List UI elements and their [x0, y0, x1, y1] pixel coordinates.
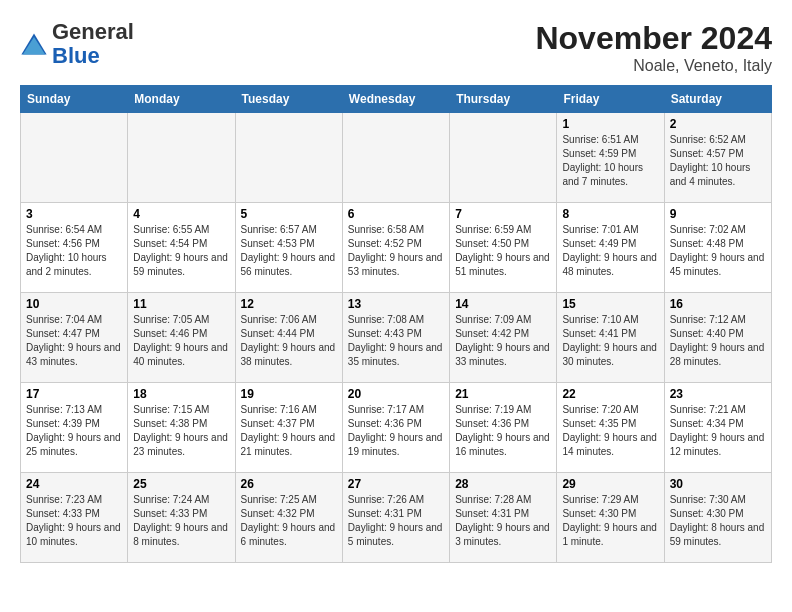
calendar-cell: 10Sunrise: 7:04 AM Sunset: 4:47 PM Dayli… — [21, 293, 128, 383]
calendar-cell: 16Sunrise: 7:12 AM Sunset: 4:40 PM Dayli… — [664, 293, 771, 383]
weekday-header: Thursday — [450, 86, 557, 113]
day-number: 25 — [133, 477, 229, 491]
calendar-cell: 23Sunrise: 7:21 AM Sunset: 4:34 PM Dayli… — [664, 383, 771, 473]
calendar-cell: 19Sunrise: 7:16 AM Sunset: 4:37 PM Dayli… — [235, 383, 342, 473]
day-number: 30 — [670, 477, 766, 491]
weekday-header: Monday — [128, 86, 235, 113]
calendar-week-row: 10Sunrise: 7:04 AM Sunset: 4:47 PM Dayli… — [21, 293, 772, 383]
day-number: 8 — [562, 207, 658, 221]
logo-icon — [20, 30, 48, 58]
day-number: 21 — [455, 387, 551, 401]
day-info: Sunrise: 7:08 AM Sunset: 4:43 PM Dayligh… — [348, 313, 444, 369]
day-number: 24 — [26, 477, 122, 491]
calendar-cell: 14Sunrise: 7:09 AM Sunset: 4:42 PM Dayli… — [450, 293, 557, 383]
day-info: Sunrise: 7:20 AM Sunset: 4:35 PM Dayligh… — [562, 403, 658, 459]
title-block: November 2024 Noale, Veneto, Italy — [535, 20, 772, 75]
day-info: Sunrise: 7:25 AM Sunset: 4:32 PM Dayligh… — [241, 493, 337, 549]
calendar-cell: 17Sunrise: 7:13 AM Sunset: 4:39 PM Dayli… — [21, 383, 128, 473]
day-info: Sunrise: 7:09 AM Sunset: 4:42 PM Dayligh… — [455, 313, 551, 369]
calendar-cell: 2Sunrise: 6:52 AM Sunset: 4:57 PM Daylig… — [664, 113, 771, 203]
logo-text: General Blue — [52, 20, 134, 68]
weekday-header: Tuesday — [235, 86, 342, 113]
day-info: Sunrise: 7:13 AM Sunset: 4:39 PM Dayligh… — [26, 403, 122, 459]
calendar-cell: 12Sunrise: 7:06 AM Sunset: 4:44 PM Dayli… — [235, 293, 342, 383]
day-info: Sunrise: 7:12 AM Sunset: 4:40 PM Dayligh… — [670, 313, 766, 369]
day-number: 27 — [348, 477, 444, 491]
weekday-header: Friday — [557, 86, 664, 113]
calendar-cell: 20Sunrise: 7:17 AM Sunset: 4:36 PM Dayli… — [342, 383, 449, 473]
day-number: 26 — [241, 477, 337, 491]
calendar-table: SundayMondayTuesdayWednesdayThursdayFrid… — [20, 85, 772, 563]
calendar-cell: 8Sunrise: 7:01 AM Sunset: 4:49 PM Daylig… — [557, 203, 664, 293]
calendar-cell: 21Sunrise: 7:19 AM Sunset: 4:36 PM Dayli… — [450, 383, 557, 473]
day-number: 23 — [670, 387, 766, 401]
svg-marker-1 — [23, 37, 45, 55]
calendar-cell: 15Sunrise: 7:10 AM Sunset: 4:41 PM Dayli… — [557, 293, 664, 383]
page-subtitle: Noale, Veneto, Italy — [535, 57, 772, 75]
day-number: 17 — [26, 387, 122, 401]
day-info: Sunrise: 7:21 AM Sunset: 4:34 PM Dayligh… — [670, 403, 766, 459]
calendar-week-row: 3Sunrise: 6:54 AM Sunset: 4:56 PM Daylig… — [21, 203, 772, 293]
weekday-header: Saturday — [664, 86, 771, 113]
day-number: 2 — [670, 117, 766, 131]
calendar-cell: 9Sunrise: 7:02 AM Sunset: 4:48 PM Daylig… — [664, 203, 771, 293]
calendar-cell: 30Sunrise: 7:30 AM Sunset: 4:30 PM Dayli… — [664, 473, 771, 563]
weekday-header: Sunday — [21, 86, 128, 113]
day-info: Sunrise: 7:10 AM Sunset: 4:41 PM Dayligh… — [562, 313, 658, 369]
calendar-cell: 22Sunrise: 7:20 AM Sunset: 4:35 PM Dayli… — [557, 383, 664, 473]
day-info: Sunrise: 6:55 AM Sunset: 4:54 PM Dayligh… — [133, 223, 229, 279]
day-number: 18 — [133, 387, 229, 401]
weekday-header-row: SundayMondayTuesdayWednesdayThursdayFrid… — [21, 86, 772, 113]
day-info: Sunrise: 7:15 AM Sunset: 4:38 PM Dayligh… — [133, 403, 229, 459]
day-number: 20 — [348, 387, 444, 401]
day-number: 10 — [26, 297, 122, 311]
day-number: 14 — [455, 297, 551, 311]
day-number: 29 — [562, 477, 658, 491]
day-info: Sunrise: 7:05 AM Sunset: 4:46 PM Dayligh… — [133, 313, 229, 369]
logo-general: General — [52, 19, 134, 44]
calendar-cell: 24Sunrise: 7:23 AM Sunset: 4:33 PM Dayli… — [21, 473, 128, 563]
day-info: Sunrise: 7:02 AM Sunset: 4:48 PM Dayligh… — [670, 223, 766, 279]
calendar-cell: 13Sunrise: 7:08 AM Sunset: 4:43 PM Dayli… — [342, 293, 449, 383]
calendar-cell: 11Sunrise: 7:05 AM Sunset: 4:46 PM Dayli… — [128, 293, 235, 383]
calendar-cell: 27Sunrise: 7:26 AM Sunset: 4:31 PM Dayli… — [342, 473, 449, 563]
day-number: 13 — [348, 297, 444, 311]
logo: General Blue — [20, 20, 134, 68]
day-info: Sunrise: 6:52 AM Sunset: 4:57 PM Dayligh… — [670, 133, 766, 189]
day-number: 15 — [562, 297, 658, 311]
calendar-cell: 26Sunrise: 7:25 AM Sunset: 4:32 PM Dayli… — [235, 473, 342, 563]
day-info: Sunrise: 7:26 AM Sunset: 4:31 PM Dayligh… — [348, 493, 444, 549]
day-info: Sunrise: 7:06 AM Sunset: 4:44 PM Dayligh… — [241, 313, 337, 369]
day-number: 9 — [670, 207, 766, 221]
day-info: Sunrise: 7:19 AM Sunset: 4:36 PM Dayligh… — [455, 403, 551, 459]
calendar-cell — [342, 113, 449, 203]
day-info: Sunrise: 7:30 AM Sunset: 4:30 PM Dayligh… — [670, 493, 766, 549]
day-number: 28 — [455, 477, 551, 491]
calendar-week-row: 1Sunrise: 6:51 AM Sunset: 4:59 PM Daylig… — [21, 113, 772, 203]
calendar-cell: 7Sunrise: 6:59 AM Sunset: 4:50 PM Daylig… — [450, 203, 557, 293]
calendar-cell — [235, 113, 342, 203]
day-info: Sunrise: 6:58 AM Sunset: 4:52 PM Dayligh… — [348, 223, 444, 279]
day-number: 16 — [670, 297, 766, 311]
logo-blue: Blue — [52, 43, 100, 68]
day-number: 6 — [348, 207, 444, 221]
calendar-cell: 18Sunrise: 7:15 AM Sunset: 4:38 PM Dayli… — [128, 383, 235, 473]
calendar-cell: 4Sunrise: 6:55 AM Sunset: 4:54 PM Daylig… — [128, 203, 235, 293]
calendar-cell: 1Sunrise: 6:51 AM Sunset: 4:59 PM Daylig… — [557, 113, 664, 203]
calendar-cell — [21, 113, 128, 203]
day-number: 3 — [26, 207, 122, 221]
day-number: 19 — [241, 387, 337, 401]
day-info: Sunrise: 6:59 AM Sunset: 4:50 PM Dayligh… — [455, 223, 551, 279]
calendar-week-row: 17Sunrise: 7:13 AM Sunset: 4:39 PM Dayli… — [21, 383, 772, 473]
calendar-cell — [450, 113, 557, 203]
day-info: Sunrise: 6:54 AM Sunset: 4:56 PM Dayligh… — [26, 223, 122, 279]
page-title: November 2024 — [535, 20, 772, 57]
day-info: Sunrise: 7:28 AM Sunset: 4:31 PM Dayligh… — [455, 493, 551, 549]
day-number: 12 — [241, 297, 337, 311]
calendar-cell — [128, 113, 235, 203]
day-number: 4 — [133, 207, 229, 221]
day-info: Sunrise: 7:17 AM Sunset: 4:36 PM Dayligh… — [348, 403, 444, 459]
day-info: Sunrise: 6:57 AM Sunset: 4:53 PM Dayligh… — [241, 223, 337, 279]
day-number: 7 — [455, 207, 551, 221]
day-number: 22 — [562, 387, 658, 401]
